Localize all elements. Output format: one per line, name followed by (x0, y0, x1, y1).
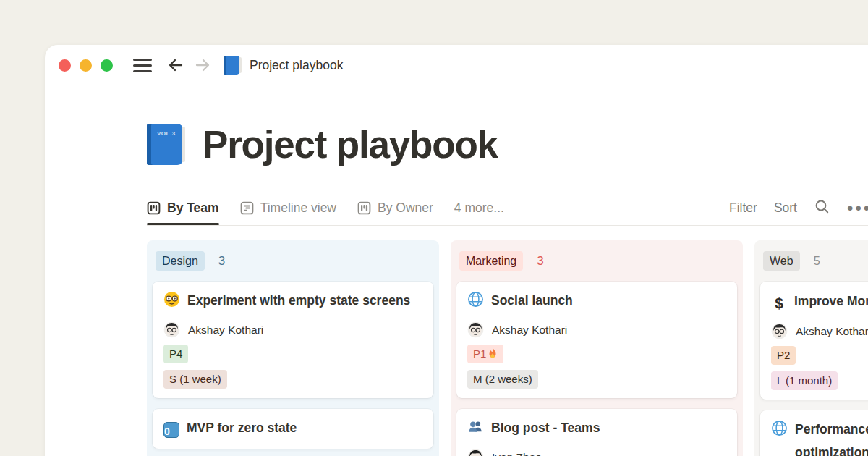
kanban-board: Design 3 Experiment with empty state scr… (147, 240, 868, 456)
size-tag: L (1 month) (771, 371, 838, 390)
column-count: 3 (218, 254, 225, 269)
heavy-dollar-sign-emoji: $ (771, 290, 787, 316)
priority-tag: P4 (163, 345, 188, 363)
search-icon[interactable] (814, 198, 830, 218)
tab-timeline-view[interactable]: Timeline view (240, 191, 336, 225)
column-design: Design 3 Experiment with empty state scr… (147, 240, 439, 456)
column-header[interactable]: Design 3 (153, 246, 433, 282)
card-experiment-empty-state[interactable]: Experiment with empty state screens Aksh… (153, 282, 433, 398)
card-title: Social launch (491, 293, 573, 308)
column-count: 5 (814, 254, 820, 269)
priority-tag: P1 (467, 345, 503, 363)
tab-by-owner[interactable]: By Owner (357, 191, 433, 225)
globe-emoji (467, 291, 484, 315)
view-tabbar: By Team Timeline view By Owner 4 more...… (147, 191, 868, 226)
back-arrow-icon[interactable] (167, 56, 184, 74)
column-marketing: Marketing 3 Social launch Akshay Kothari… (451, 240, 743, 456)
forward-arrow-icon[interactable] (194, 56, 211, 74)
minimize-button[interactable] (80, 59, 92, 72)
column-web: Web 5 $Improve Monetization Akshay Kotha… (754, 240, 868, 456)
zoom-button[interactable] (101, 59, 113, 72)
keycap-zero-emoji: 0 (163, 422, 179, 438)
card-title: Improve Monetization (794, 294, 868, 308)
assignee-row: Akshay Kothari (771, 323, 868, 339)
avatar (467, 449, 484, 456)
card-title: Blog post - Teams (491, 421, 600, 435)
card-title: Performance optimization (795, 418, 868, 456)
fire-emoji (488, 347, 498, 359)
card-title: MVP for zero state (187, 421, 297, 435)
more-views-button[interactable]: 4 more... (454, 200, 504, 216)
assignee-name: Akshay Kothari (492, 324, 567, 337)
blue-book-emoji: VOL.3 (147, 124, 183, 165)
tab-label: By Owner (378, 200, 433, 216)
tab-by-team[interactable]: By Team (147, 191, 219, 225)
blue-book-emoji (224, 56, 240, 75)
globe-emoji (771, 420, 788, 444)
view-toolbar: Filter Sort ••• (729, 191, 868, 225)
card-social-launch[interactable]: Social launch Akshay Kothari P1 M (2 wee… (456, 282, 737, 398)
close-button[interactable] (59, 59, 71, 72)
assignee-row: Akshay Kothari (467, 321, 726, 338)
busts-in-silhouette-emoji (467, 418, 484, 442)
nerd-face-emoji (163, 291, 180, 315)
app-window: Project playbook VOL.3 Project playbook … (45, 45, 868, 456)
board-view-icon (147, 201, 161, 215)
assignee-name: Akshay Kothari (188, 324, 263, 337)
board-view-icon (357, 201, 371, 215)
column-header[interactable]: Web 5 (760, 246, 868, 282)
card-performance-optimization[interactable]: Performance optimization (760, 410, 868, 456)
avatar (771, 323, 788, 339)
card-improve-monetization[interactable]: $Improve Monetization Akshay Kothari P2 … (760, 282, 868, 400)
page-header: VOL.3 Project playbook (147, 122, 498, 166)
sort-button[interactable]: Sort (774, 200, 797, 216)
timeline-view-icon (240, 201, 254, 215)
tab-label: Timeline view (260, 200, 336, 216)
sidebar-menu-icon[interactable] (133, 59, 152, 72)
titlebar: Project playbook (59, 55, 343, 75)
column-name-pill: Marketing (459, 251, 523, 271)
assignee-row: Ivan Zhao (467, 449, 726, 456)
page-title: Project playbook (203, 122, 498, 166)
assignee-name: Ivan Zhao (492, 451, 542, 456)
size-tag: S (1 week) (163, 370, 227, 389)
avatar (467, 321, 484, 338)
avatar (163, 321, 180, 338)
tab-label: By Team (167, 200, 219, 216)
card-title: Experiment with empty state screens (187, 293, 410, 308)
card-blog-post-teams[interactable]: Blog post - Teams Ivan Zhao (456, 409, 737, 456)
assignee-row: Akshay Kothari (163, 321, 422, 338)
column-name-pill: Design (156, 251, 205, 271)
column-count: 3 (537, 254, 543, 269)
ellipsis-icon[interactable]: ••• (847, 198, 868, 219)
card-mvp-zero-state[interactable]: 0MVP for zero state (153, 409, 433, 449)
column-header[interactable]: Marketing 3 (456, 246, 737, 282)
filter-button[interactable]: Filter (729, 200, 757, 216)
titlebar-title: Project playbook (250, 58, 343, 73)
assignee-name: Akshay Kothari (796, 325, 868, 338)
priority-tag: P2 (771, 346, 796, 365)
column-name-pill: Web (763, 251, 800, 271)
size-tag: M (2 weeks) (467, 370, 538, 389)
